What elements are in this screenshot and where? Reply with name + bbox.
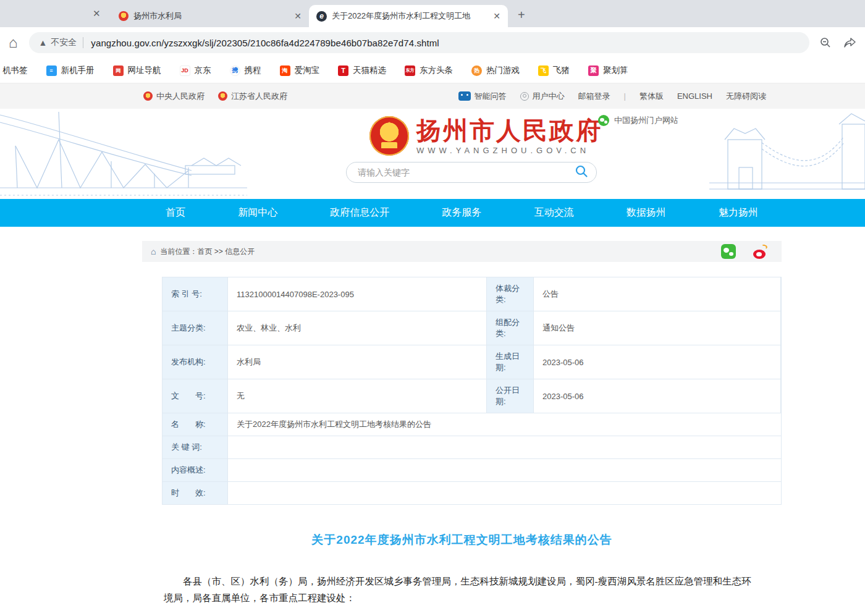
bookmark-item[interactable]: T天猫精选	[338, 65, 386, 76]
bookmark-item[interactable]: 东方东方头条	[405, 65, 453, 76]
site-logo[interactable]: 扬州市人民政府 WWW.YANGZHOU.GOV.CN	[369, 116, 602, 156]
fliggy-icon: 飞	[538, 65, 549, 76]
gov-link-label: 邮箱登录	[578, 91, 610, 102]
link-accessibility[interactable]: 无障碍阅读	[726, 91, 766, 102]
breadcrumb-label[interactable]: 当前位置：首页 >> 信息公开	[160, 247, 255, 257]
bookmark-label: 热门游戏	[486, 65, 520, 76]
gov-emblem-icon	[218, 91, 227, 101]
meta-value	[227, 436, 781, 458]
tab-title: 扬州市水利局	[133, 11, 289, 22]
divider	[83, 37, 83, 48]
bookmark-item[interactable]: 机书签	[2, 65, 28, 76]
bookmarks-bar: 机书签 ≡新机手册 网网址导航 JD京东 携携程 淘爱淘宝 T天猫精选 东方东方…	[0, 58, 865, 83]
nav-item-charm[interactable]: 魅力扬州	[719, 206, 758, 219]
site-search	[346, 162, 597, 183]
bookmark-label: 携程	[245, 65, 261, 76]
article-body: 关于2022年度扬州市水利工程文明工地考核结果的公告 各县（市、区）水利（务）局…	[142, 532, 782, 616]
table-row: 关 键 词:	[162, 436, 781, 459]
weibo-share-icon[interactable]	[753, 244, 768, 259]
national-emblem-icon	[369, 116, 409, 156]
bookmark-item[interactable]: JD京东	[180, 65, 211, 76]
table-row: 时 效:	[162, 482, 781, 505]
link-mail-login[interactable]: 邮箱登录	[578, 91, 610, 102]
portal-note: 中国扬州门户网站	[598, 115, 678, 126]
breadcrumb: ⌂ 当前位置：首页 >> 信息公开	[142, 241, 782, 262]
table-row: 主题分类: 农业、林业、水利 组配分类: 通知公告	[162, 311, 781, 345]
meta-value: 通知公告	[533, 311, 781, 345]
bridge-art-right	[709, 109, 865, 199]
bookmark-item[interactable]: ≡新机手册	[46, 65, 95, 76]
bookmark-item[interactable]: 携携程	[230, 65, 261, 76]
manual-icon: ≡	[46, 65, 57, 76]
nav-item-services[interactable]: 政务服务	[442, 206, 481, 219]
zoom-out-icon[interactable]	[819, 36, 832, 49]
link-traditional[interactable]: 繁体版	[639, 91, 664, 102]
gov-emblem-favicon	[119, 11, 129, 21]
nav-item-news[interactable]: 新闻中心	[238, 206, 277, 219]
home-icon[interactable]: ⌂	[151, 247, 156, 256]
nav-item-info-disclosure[interactable]: 政府信息公开	[330, 206, 389, 219]
search-input[interactable]	[358, 167, 574, 177]
nav-item-data[interactable]: 数据扬州	[627, 206, 666, 219]
link-english[interactable]: ENGLISH	[677, 91, 712, 101]
nav-item-interaction[interactable]: 互动交流	[534, 206, 574, 219]
bookmark-item[interactable]: 聚聚划算	[588, 65, 628, 76]
bookmark-item[interactable]: 网网址导航	[113, 65, 161, 76]
meta-label: 时 效:	[162, 482, 227, 504]
bridge-art-left	[0, 109, 247, 199]
bookmark-label: 京东	[195, 65, 211, 76]
link-user-center[interactable]: 用户中心	[520, 91, 565, 102]
article-title: 关于2022年度扬州市水利工程文明工地考核结果的公告	[142, 532, 782, 548]
table-row: 文 号: 无 公开日期: 2023-05-06	[162, 379, 781, 413]
address-bar[interactable]: ▲ 不安全 yangzhou.gov.cn/yzszxxgk/slj/20230…	[29, 32, 810, 53]
link-central-gov[interactable]: 中央人民政府	[143, 91, 205, 102]
browser-toolbar: ⌂ ▲ 不安全 yangzhou.gov.cn/yzszxxgk/slj/202…	[0, 27, 865, 58]
divider: |	[624, 91, 626, 101]
ctrip-icon: 携	[230, 65, 240, 76]
meta-value: 无	[227, 379, 487, 413]
gov-link-label: 繁体版	[639, 91, 664, 102]
meta-label: 名 称:	[162, 413, 227, 436]
meta-value	[227, 482, 781, 504]
table-row: 内容概述:	[162, 459, 781, 482]
bookmark-label: 天猫精选	[353, 65, 386, 76]
bookmark-item[interactable]: 淘爱淘宝	[280, 65, 320, 76]
tab-title: 关于2022年度扬州市水利工程文明工地	[332, 11, 488, 22]
close-tab-icon[interactable]: ✕	[294, 11, 302, 21]
wechat-share-icon[interactable]	[721, 244, 736, 259]
bookmark-label: 东方头条	[420, 65, 453, 76]
browser-tab-strip: ✕ 扬州市水利局 ✕ e 关于2022年度扬州市水利工程文明工地 ✕ +	[0, 0, 865, 27]
share-icon[interactable]	[843, 36, 856, 49]
meta-label: 索 引 号:	[162, 277, 227, 311]
new-tab-button[interactable]: +	[518, 8, 525, 22]
jd-icon: JD	[180, 65, 190, 76]
bookmark-label: 网址导航	[128, 65, 161, 76]
tmall-icon: T	[338, 65, 348, 76]
meta-label: 体裁分类:	[487, 277, 533, 311]
meta-value: 2023-05-06	[533, 345, 781, 379]
meta-label: 关 键 词:	[162, 436, 227, 458]
link-smart-qa[interactable]: 智能问答	[458, 91, 507, 102]
close-tab-icon[interactable]: ✕	[93, 8, 101, 19]
meta-value: 水利局	[227, 345, 487, 379]
link-jiangsu-gov[interactable]: 江苏省人民政府	[218, 91, 287, 102]
close-tab-icon[interactable]: ✕	[493, 11, 500, 21]
wechat-icon	[598, 115, 609, 126]
portal-note-label: 中国扬州门户网站	[614, 115, 678, 126]
nav-item-home[interactable]: 首页	[166, 206, 185, 219]
meta-label: 组配分类:	[487, 311, 533, 345]
meta-value: 2023-05-06	[533, 379, 781, 413]
robot-icon	[458, 91, 471, 101]
search-icon[interactable]	[574, 164, 589, 181]
bookmark-item[interactable]: 飞飞猪	[538, 65, 570, 76]
meta-value: 关于2022年度扬州市水利工程文明工地考核结果的公告	[227, 413, 781, 436]
home-icon[interactable]: ⌂	[9, 34, 18, 51]
tab-shuiliju[interactable]: 扬州市水利局 ✕	[111, 5, 309, 27]
meta-label: 发布机构:	[162, 345, 227, 379]
meta-label: 内容概述:	[162, 459, 227, 481]
bookmark-item[interactable]: 热热门游戏	[471, 65, 520, 76]
tab-announcement[interactable]: e 关于2022年度扬州市水利工程文明工地 ✕	[309, 5, 508, 27]
main-nav: 首页 新闻中心 政府信息公开 政务服务 互动交流 数据扬州 魅力扬州	[0, 199, 865, 227]
person-icon	[520, 92, 529, 101]
bookmark-label: 新机手册	[61, 65, 95, 76]
